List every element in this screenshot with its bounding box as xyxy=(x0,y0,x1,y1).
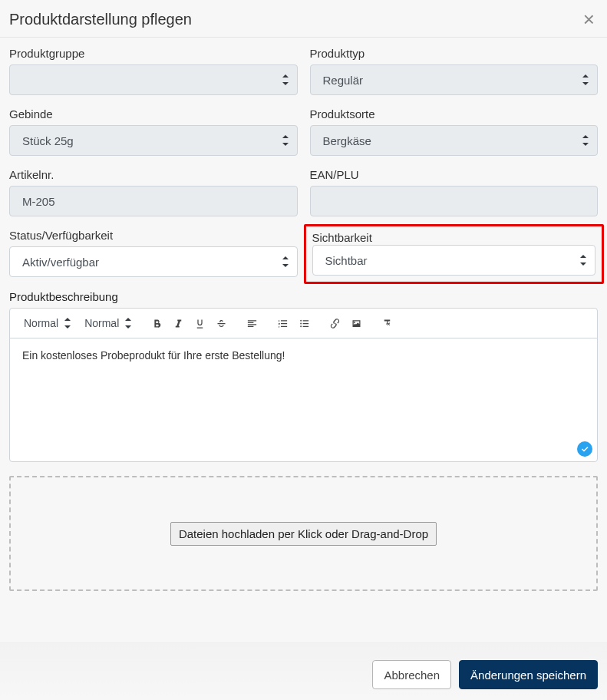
modal: Produktdarstellung pflegen × Produktgrup… xyxy=(0,0,607,700)
modal-body: Produktgruppe Produkttyp Gebinde xyxy=(0,38,607,642)
svg-point-1 xyxy=(300,322,302,324)
editor-text: Ein kostenloses Probeprodukt für Ihre er… xyxy=(22,349,285,362)
label-produktgruppe: Produktgruppe xyxy=(9,47,298,60)
validation-check-icon xyxy=(577,441,592,457)
highlight-sichtbarkeit: Sichtbarkeit xyxy=(304,224,605,284)
toolbar-format-select-2[interactable]: Normal xyxy=(77,314,136,332)
strikethrough-icon[interactable] xyxy=(211,313,231,333)
close-icon[interactable]: × xyxy=(580,9,598,29)
save-button[interactable]: Änderungen speichern xyxy=(459,660,598,689)
cancel-button[interactable]: Abbrechen xyxy=(372,660,451,689)
modal-title: Produktdarstellung pflegen xyxy=(9,11,192,28)
toolbar-format-value-1: Normal xyxy=(24,317,58,329)
label-status: Status/Verfügbarkeit xyxy=(9,229,298,242)
unordered-list-icon[interactable] xyxy=(294,313,314,333)
ordered-list-icon[interactable] xyxy=(272,313,292,333)
svg-point-2 xyxy=(300,325,302,327)
chevron-updown-icon xyxy=(64,318,72,329)
clear-format-icon[interactable] xyxy=(377,313,397,333)
select-gebinde[interactable] xyxy=(9,125,298,156)
label-produkttyp: Produkttyp xyxy=(310,47,599,60)
label-artikelnr: Artikelnr. xyxy=(9,168,298,181)
label-ean: EAN/PLU xyxy=(310,168,599,181)
chevron-updown-icon xyxy=(125,318,133,329)
rich-text-editor: Normal Normal xyxy=(9,308,598,462)
bold-icon[interactable] xyxy=(147,313,167,333)
select-produkttyp[interactable] xyxy=(310,64,599,95)
select-produktsorte[interactable] xyxy=(310,125,599,156)
input-ean[interactable] xyxy=(310,186,599,216)
link-icon[interactable] xyxy=(325,313,345,333)
modal-footer: Abbrechen Änderungen speichern xyxy=(0,642,607,700)
label-sichtbarkeit: Sichtbarkeit xyxy=(312,231,372,244)
underline-icon[interactable] xyxy=(190,313,209,333)
label-produktsorte: Produktsorte xyxy=(310,107,599,121)
label-gebinde: Gebinde xyxy=(9,107,298,121)
toolbar-format-value-2: Normal xyxy=(84,317,119,329)
select-status[interactable] xyxy=(9,246,298,277)
toolbar-format-select-1[interactable]: Normal xyxy=(16,314,75,332)
italic-icon[interactable] xyxy=(168,313,188,333)
image-icon[interactable] xyxy=(346,313,366,333)
label-produktbeschreibung: Produktbeschreibung xyxy=(9,290,598,303)
modal-header: Produktdarstellung pflegen × xyxy=(0,0,607,38)
file-dropzone[interactable]: Dateien hochladen per Klick oder Drag-an… xyxy=(9,476,598,591)
input-artikelnr[interactable] xyxy=(9,186,298,216)
select-sichtbarkeit[interactable] xyxy=(312,245,596,276)
upload-button[interactable]: Dateien hochladen per Klick oder Drag-an… xyxy=(170,522,437,546)
editor-toolbar: Normal Normal xyxy=(10,309,597,338)
align-left-icon[interactable] xyxy=(242,313,262,333)
svg-point-0 xyxy=(300,319,302,321)
select-produktgruppe[interactable] xyxy=(9,64,298,95)
editor-content[interactable]: Ein kostenloses Probeprodukt für Ihre er… xyxy=(10,338,597,461)
